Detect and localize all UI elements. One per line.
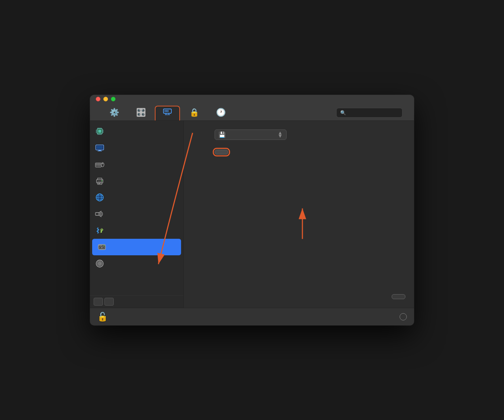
sidebar-item-hard-disk[interactable] (92, 239, 181, 255)
lock-area: 🔓 (97, 312, 112, 322)
sidebar-item-mouse-keyboard[interactable] (90, 156, 183, 173)
svg-rect-45 (98, 183, 100, 184)
search-icon: 🔍 (340, 110, 346, 115)
sidebar-footer (90, 295, 183, 308)
svg-rect-0 (163, 109, 171, 113)
svg-rect-29 (99, 150, 101, 151)
sidebar-item-graphics[interactable] (90, 140, 183, 156)
svg-point-43 (102, 180, 102, 181)
source-dropdown[interactable]: 💾 ▲ ▼ (215, 129, 287, 140)
hard-disk-icon (97, 242, 107, 252)
svg-rect-3 (167, 110, 168, 111)
svg-rect-59 (99, 245, 102, 246)
bottom-bar: 🔓 (90, 308, 414, 325)
tab-security[interactable]: 🔒 (181, 106, 207, 120)
sidebar-item-cd-dvd[interactable] (90, 255, 183, 272)
cd-dvd-icon (95, 259, 104, 268)
cpu-memory-icon (95, 127, 104, 136)
lock-icon[interactable]: 🔓 (97, 312, 108, 322)
sidebar-item-network[interactable] (90, 189, 183, 206)
backup-icon: 🕐 (216, 109, 226, 117)
toolbar: ⚙️ 🎛️ (96, 103, 408, 120)
close-button[interactable] (96, 97, 100, 101)
svg-point-63 (99, 263, 100, 264)
svg-point-58 (104, 245, 104, 246)
tab-backup[interactable]: 🕐 (208, 106, 233, 120)
main-content-area: 💾 ▲ ▼ (90, 121, 414, 308)
main-footer (192, 287, 405, 299)
add-item-button[interactable] (94, 298, 103, 306)
svg-point-39 (102, 163, 103, 164)
svg-rect-1 (165, 110, 166, 111)
remove-item-button[interactable] (104, 298, 114, 306)
main-panel: 💾 ▲ ▼ (184, 121, 414, 308)
advanced-button[interactable] (215, 150, 228, 155)
network-icon (95, 193, 104, 202)
svg-rect-30 (98, 151, 102, 151)
sidebar-item-cpu-memory[interactable] (90, 123, 183, 140)
maximize-button[interactable] (111, 97, 116, 101)
sidebar (90, 121, 184, 308)
sound-camera-icon (95, 209, 104, 219)
tab-hardware[interactable] (155, 106, 180, 120)
minimize-button[interactable] (103, 97, 108, 101)
svg-marker-52 (99, 211, 101, 217)
shared-printers-icon (95, 176, 104, 186)
svg-rect-5 (166, 111, 167, 112)
window-wrapper: ⚙️ 🎛️ (90, 95, 414, 325)
restore-defaults-button[interactable] (392, 294, 405, 299)
graphics-icon (95, 143, 104, 152)
svg-rect-44 (98, 183, 101, 183)
harddisk-file-icon: 💾 (219, 131, 226, 138)
usb-bluetooth-icon (95, 226, 104, 235)
svg-rect-6 (167, 111, 168, 112)
mouse-keyboard-icon (95, 160, 104, 169)
svg-rect-51 (95, 213, 99, 215)
titlebar: ⚙️ 🎛️ (90, 95, 414, 121)
hardware-icon (163, 108, 172, 117)
tab-general[interactable]: ⚙️ (102, 106, 127, 120)
hardware-settings: 💾 ▲ ▼ (192, 129, 405, 287)
svg-rect-41 (98, 182, 102, 184)
help-button[interactable] (400, 313, 407, 320)
toolbar-left: ⚙️ 🎛️ (102, 106, 233, 120)
security-icon: 🔒 (189, 109, 199, 117)
sidebar-list (90, 121, 183, 295)
svg-rect-2 (166, 110, 167, 111)
svg-rect-11 (98, 130, 101, 133)
tab-options[interactable]: 🎛️ (128, 106, 153, 120)
source-row: 💾 ▲ ▼ (192, 129, 405, 140)
svg-rect-28 (97, 146, 103, 149)
advanced-btn-wrapper (215, 147, 228, 155)
svg-point-57 (101, 247, 103, 248)
sidebar-item-sound-camera[interactable] (90, 206, 183, 222)
dropdown-arrow-icon: ▲ ▼ (278, 131, 283, 138)
search-bar[interactable]: 🔍 (336, 108, 402, 118)
main-window: ⚙️ 🎛️ (90, 95, 414, 325)
search-input[interactable] (348, 110, 399, 115)
svg-rect-4 (165, 111, 166, 112)
general-icon: ⚙️ (109, 109, 119, 117)
sidebar-item-shared-printers[interactable] (90, 173, 183, 189)
svg-rect-42 (98, 178, 102, 180)
sidebar-item-usb-bluetooth[interactable] (90, 222, 183, 239)
options-icon: 🎛️ (136, 109, 146, 117)
traffic-lights (96, 97, 116, 101)
